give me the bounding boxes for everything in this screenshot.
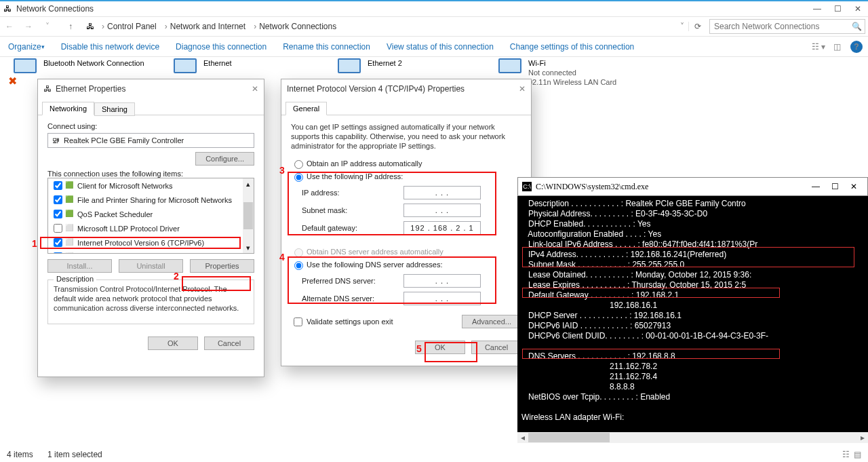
preview-pane-icon[interactable]: ◫ <box>829 42 845 52</box>
tab-sharing[interactable]: Sharing <box>94 102 135 116</box>
dns2-input[interactable]: . . . <box>403 292 481 305</box>
dialog-title: Internet Protocol Version 4 (TCP/IPv4) P… <box>287 84 465 94</box>
properties-button[interactable]: Properties <box>190 259 254 273</box>
control-panel-icon: 🖧 <box>3 4 12 14</box>
search-icon[interactable]: 🔍 <box>852 22 862 31</box>
adapter-name: Bluetooth Network Connection <box>43 58 144 68</box>
radio-use-following-dns[interactable]: Use the following DNS server addresses: <box>291 259 521 270</box>
minimize-button[interactable]: — <box>807 1 827 16</box>
window-title: Network Connections <box>16 4 94 14</box>
ip-label: IP address: <box>302 189 403 197</box>
scrollbar[interactable]: ▴▾ <box>243 178 254 253</box>
maximize-button[interactable]: ☐ <box>827 1 848 16</box>
mask-input[interactable]: . . . <box>403 204 481 217</box>
advanced-button[interactable]: Advanced... <box>462 315 521 328</box>
annotation-3: 3 <box>279 165 285 176</box>
cancel-button[interactable]: Cancel <box>471 341 521 354</box>
radio-obtain-dns-auto: Obtain DNS server address automatically <box>291 246 521 257</box>
refresh-button[interactable]: ⟳ <box>688 22 707 31</box>
search-box[interactable]: 🔍 <box>709 19 865 34</box>
breadcrumb-1[interactable]: ›Network and Internet <box>159 22 248 31</box>
adapter-field: 🖳 Realtek PCIe GBE Family Controller <box>47 133 254 148</box>
ip-input[interactable]: . . . <box>403 186 481 199</box>
ethernet-properties-dialog: 🖧Ethernet Properties✕ Networking Sharing… <box>37 79 264 377</box>
terminal-output: Description . . . . . . . . . . . : Real… <box>517 196 868 423</box>
list-item[interactable]: 🟩QoS Packet Scheduler <box>48 207 254 221</box>
annotation-4: 4 <box>279 252 285 263</box>
change-settings[interactable]: Change settings of this connection <box>502 37 642 56</box>
gw-label: Default gateway: <box>302 224 403 232</box>
cmd-title: C:\WINDOWS\system32\cmd.exe <box>536 182 648 192</box>
cancel-button[interactable]: Cancel <box>204 336 254 350</box>
list-item[interactable]: ⬜Microsoft LLDP Protocol Driver <box>48 221 254 235</box>
description-text: Transmission Control Protocol/Internet P… <box>54 284 248 313</box>
disable-device[interactable]: Disable this network device <box>53 37 167 56</box>
adapter-name: Wi-Fi <box>528 58 616 68</box>
radio-obtain-auto[interactable]: Obtain an IP address automatically <box>291 158 521 169</box>
list-item[interactable]: 🟩Client for Microsoft Networks <box>48 178 254 193</box>
annotation-1: 1 <box>32 238 37 249</box>
folder-icon: 🖧 <box>84 20 96 33</box>
intro-text: You can get IP settings assigned automat… <box>291 122 521 151</box>
annotation-2: 2 <box>174 271 179 282</box>
adapter-name: Ethernet 2 <box>368 58 402 68</box>
list-item[interactable]: 🟩File and Printer Sharing for Microsoft … <box>48 193 254 207</box>
search-input[interactable] <box>713 21 852 32</box>
gw-input[interactable]: 192 . 168 . 2 . 1 <box>403 221 481 235</box>
large-icons-view-icon[interactable]: ▤ <box>854 450 861 459</box>
close-icon[interactable]: ✕ <box>252 84 258 94</box>
up-button[interactable]: ↑ <box>61 17 80 36</box>
validate-label: Validate settings upon exit <box>307 317 393 326</box>
diagnose-connection[interactable]: Diagnose this connection <box>167 37 275 56</box>
view-status[interactable]: View status of this connection <box>378 37 502 56</box>
connect-using-label: Connect using: <box>47 122 254 130</box>
configure-button[interactable]: Configure... <box>195 152 254 166</box>
dns1-label: Preferred DNS server: <box>302 277 403 285</box>
address-dropdown[interactable]: ˅ <box>676 22 688 31</box>
validate-checkbox[interactable] <box>294 317 302 326</box>
adapter-name-text: Realtek PCIe GBE Family Controller <box>64 136 184 145</box>
ipv4-properties-dialog: Internet Protocol Version 4 (TCP/IPv4) P… <box>281 79 532 366</box>
ok-button[interactable]: OK <box>415 341 465 354</box>
description-label: Description <box>54 275 96 283</box>
details-view-icon[interactable]: ☷ <box>842 450 850 459</box>
organize-menu[interactable]: Organize <box>0 37 53 56</box>
close-button[interactable]: ✕ <box>848 1 868 16</box>
breadcrumb-2[interactable]: ›Network Connections <box>248 22 339 31</box>
forward-button[interactable]: → <box>19 17 38 36</box>
components-listbox[interactable]: 🟩Client for Microsoft Networks 🟩File and… <box>47 178 254 254</box>
install-button[interactable]: Install... <box>47 259 112 273</box>
horizontal-scrollbar[interactable]: ◂▸ <box>517 432 868 443</box>
adapter-name: Ethernet <box>203 58 232 68</box>
cmd-window: C:\ C:\WINDOWS\system32\cmd.exe — ☐ ✕ De… <box>517 177 868 443</box>
ok-button[interactable]: OK <box>148 336 198 350</box>
back-button[interactable]: ← <box>0 17 19 36</box>
dialog-icon: 🖧 <box>43 84 52 94</box>
tab-general[interactable]: General <box>285 102 327 115</box>
nic-icon: 🖳 <box>52 136 60 145</box>
items-label: This connection uses the following items… <box>47 170 254 178</box>
minimize-button[interactable]: — <box>806 182 825 192</box>
radio-use-following-ip[interactable]: Use the following IP address: <box>291 171 521 182</box>
cmd-icon: C:\ <box>522 182 532 191</box>
tab-networking[interactable]: Networking <box>42 102 94 115</box>
adapter-status: Not connected <box>528 68 616 77</box>
close-icon[interactable]: ✕ <box>519 84 526 94</box>
highlight-box <box>522 247 854 267</box>
dialog-title: Ethernet Properties <box>56 84 125 94</box>
list-item-ipv4[interactable]: ⬜Internet Protocol Version 4 (TCP/IPv4) <box>48 250 254 254</box>
dns1-input[interactable]: . . . <box>403 274 481 288</box>
view-options-icon[interactable]: ☷ ▾ <box>808 42 829 52</box>
highlight-box <box>522 288 780 298</box>
window-controls: — ☐ ✕ <box>807 1 868 16</box>
dns2-label: Alternate DNS server: <box>302 294 403 303</box>
help-button[interactable]: ? <box>850 41 863 53</box>
close-button[interactable]: ✕ <box>844 182 863 192</box>
breadcrumb-0[interactable]: ›Control Panel <box>96 22 159 31</box>
rename-connection[interactable]: Rename this connection <box>275 37 378 56</box>
maximize-button[interactable]: ☐ <box>825 182 844 192</box>
recent-dropdown[interactable]: ˅ <box>38 17 57 36</box>
adapter-dev: 02.11n Wireless LAN Card <box>528 77 616 87</box>
annotation-5: 5 <box>416 343 422 354</box>
list-item[interactable]: ⬜Internet Protocol Version 6 (TCP/IPv6) <box>48 235 254 250</box>
